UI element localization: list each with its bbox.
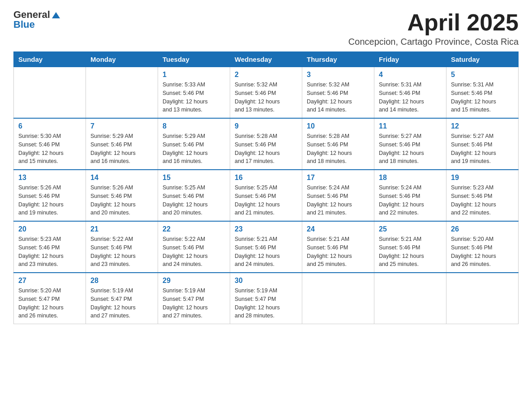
- day-number: 22: [163, 225, 225, 233]
- logo-blue-text: Blue: [13, 19, 61, 30]
- calendar-header-row: SundayMondayTuesdayWednesdayThursdayFrid…: [14, 52, 519, 67]
- day-info: Sunrise: 5:20 AM Sunset: 5:47 PM Dayligh…: [18, 287, 81, 320]
- day-info: Sunrise: 5:28 AM Sunset: 5:46 PM Dayligh…: [307, 132, 369, 166]
- day-number: 16: [235, 174, 297, 182]
- weekday-header: Tuesday: [158, 52, 230, 67]
- calendar-cell: 20Sunrise: 5:23 AM Sunset: 5:46 PM Dayli…: [14, 221, 86, 273]
- calendar-cell: 15Sunrise: 5:25 AM Sunset: 5:46 PM Dayli…: [158, 170, 230, 221]
- day-info: Sunrise: 5:30 AM Sunset: 5:46 PM Dayligh…: [18, 132, 81, 166]
- day-info: Sunrise: 5:27 AM Sunset: 5:46 PM Dayligh…: [451, 132, 514, 166]
- day-number: 29: [163, 277, 225, 285]
- calendar-week-row: 27Sunrise: 5:20 AM Sunset: 5:47 PM Dayli…: [14, 273, 519, 324]
- calendar-cell: 5Sunrise: 5:31 AM Sunset: 5:46 PM Daylig…: [446, 67, 519, 119]
- calendar-cell: [446, 273, 519, 324]
- weekday-header: Thursday: [302, 52, 374, 67]
- day-info: Sunrise: 5:31 AM Sunset: 5:46 PM Dayligh…: [451, 81, 514, 114]
- calendar-cell: 7Sunrise: 5:29 AM Sunset: 5:46 PM Daylig…: [86, 118, 158, 170]
- day-info: Sunrise: 5:32 AM Sunset: 5:46 PM Dayligh…: [307, 81, 369, 114]
- weekday-header: Saturday: [446, 52, 519, 67]
- day-info: Sunrise: 5:28 AM Sunset: 5:46 PM Dayligh…: [235, 132, 297, 166]
- day-info: Sunrise: 5:25 AM Sunset: 5:46 PM Dayligh…: [235, 184, 297, 217]
- calendar-week-row: 13Sunrise: 5:26 AM Sunset: 5:46 PM Dayli…: [14, 170, 519, 221]
- calendar-week-row: 6Sunrise: 5:30 AM Sunset: 5:46 PM Daylig…: [14, 118, 519, 170]
- calendar-cell: 28Sunrise: 5:19 AM Sunset: 5:47 PM Dayli…: [86, 273, 158, 324]
- day-number: 21: [90, 225, 153, 233]
- calendar-cell: [374, 273, 446, 324]
- weekday-header: Sunday: [14, 52, 86, 67]
- calendar-cell: 4Sunrise: 5:31 AM Sunset: 5:46 PM Daylig…: [374, 67, 446, 119]
- day-number: 19: [451, 174, 514, 182]
- day-number: 25: [379, 225, 442, 233]
- calendar-cell: 8Sunrise: 5:29 AM Sunset: 5:46 PM Daylig…: [158, 118, 230, 170]
- calendar-cell: 29Sunrise: 5:19 AM Sunset: 5:47 PM Dayli…: [158, 273, 230, 324]
- calendar-table: SundayMondayTuesdayWednesdayThursdayFrid…: [13, 51, 519, 324]
- day-info: Sunrise: 5:19 AM Sunset: 5:47 PM Dayligh…: [235, 287, 297, 320]
- calendar-cell: 16Sunrise: 5:25 AM Sunset: 5:46 PM Dayli…: [230, 170, 302, 221]
- day-info: Sunrise: 5:21 AM Sunset: 5:46 PM Dayligh…: [379, 235, 442, 269]
- svg-marker-0: [52, 12, 60, 18]
- calendar-cell: 6Sunrise: 5:30 AM Sunset: 5:46 PM Daylig…: [14, 118, 86, 170]
- day-number: 17: [307, 174, 369, 182]
- day-info: Sunrise: 5:27 AM Sunset: 5:46 PM Dayligh…: [379, 132, 442, 166]
- day-number: 12: [451, 122, 514, 130]
- calendar-subtitle: Concepcion, Cartago Province, Costa Rica: [348, 37, 519, 47]
- calendar-cell: 26Sunrise: 5:20 AM Sunset: 5:46 PM Dayli…: [446, 221, 519, 273]
- day-info: Sunrise: 5:21 AM Sunset: 5:46 PM Dayligh…: [307, 235, 369, 269]
- day-info: Sunrise: 5:32 AM Sunset: 5:46 PM Dayligh…: [235, 81, 297, 114]
- calendar-cell: 12Sunrise: 5:27 AM Sunset: 5:46 PM Dayli…: [446, 118, 519, 170]
- day-number: 13: [18, 174, 81, 182]
- calendar-cell: 2Sunrise: 5:32 AM Sunset: 5:46 PM Daylig…: [230, 67, 302, 119]
- day-number: 11: [379, 122, 442, 130]
- weekday-header: Monday: [86, 52, 158, 67]
- calendar-cell: [302, 273, 374, 324]
- calendar-cell: 14Sunrise: 5:26 AM Sunset: 5:46 PM Dayli…: [86, 170, 158, 221]
- day-number: 18: [379, 174, 442, 182]
- day-number: 20: [18, 225, 81, 233]
- day-number: 8: [163, 122, 225, 130]
- calendar-cell: 18Sunrise: 5:24 AM Sunset: 5:46 PM Dayli…: [374, 170, 446, 221]
- day-number: 24: [307, 225, 369, 233]
- weekday-header: Friday: [374, 52, 446, 67]
- calendar-cell: 10Sunrise: 5:28 AM Sunset: 5:46 PM Dayli…: [302, 118, 374, 170]
- day-info: Sunrise: 5:22 AM Sunset: 5:46 PM Dayligh…: [90, 235, 153, 269]
- calendar-cell: 30Sunrise: 5:19 AM Sunset: 5:47 PM Dayli…: [230, 273, 302, 324]
- day-number: 7: [90, 122, 153, 130]
- day-info: Sunrise: 5:23 AM Sunset: 5:46 PM Dayligh…: [18, 235, 81, 269]
- day-info: Sunrise: 5:24 AM Sunset: 5:46 PM Dayligh…: [379, 184, 442, 217]
- calendar-cell: 1Sunrise: 5:33 AM Sunset: 5:46 PM Daylig…: [158, 67, 230, 119]
- day-info: Sunrise: 5:20 AM Sunset: 5:46 PM Dayligh…: [451, 235, 514, 269]
- calendar-cell: 9Sunrise: 5:28 AM Sunset: 5:46 PM Daylig…: [230, 118, 302, 170]
- day-info: Sunrise: 5:19 AM Sunset: 5:47 PM Dayligh…: [90, 287, 153, 320]
- calendar-week-row: 20Sunrise: 5:23 AM Sunset: 5:46 PM Dayli…: [14, 221, 519, 273]
- day-info: Sunrise: 5:25 AM Sunset: 5:46 PM Dayligh…: [163, 184, 225, 217]
- day-number: 10: [307, 122, 369, 130]
- calendar-cell: 17Sunrise: 5:24 AM Sunset: 5:46 PM Dayli…: [302, 170, 374, 221]
- day-info: Sunrise: 5:33 AM Sunset: 5:46 PM Dayligh…: [163, 81, 225, 114]
- day-info: Sunrise: 5:26 AM Sunset: 5:46 PM Dayligh…: [90, 184, 153, 217]
- calendar-cell: 11Sunrise: 5:27 AM Sunset: 5:46 PM Dayli…: [374, 118, 446, 170]
- day-number: 30: [235, 277, 297, 285]
- weekday-header: Wednesday: [230, 52, 302, 67]
- day-number: 9: [235, 122, 297, 130]
- day-number: 26: [451, 225, 514, 233]
- calendar-cell: [86, 67, 158, 119]
- calendar-cell: 3Sunrise: 5:32 AM Sunset: 5:46 PM Daylig…: [302, 67, 374, 119]
- calendar-cell: 22Sunrise: 5:22 AM Sunset: 5:46 PM Dayli…: [158, 221, 230, 273]
- day-number: 1: [163, 71, 225, 79]
- calendar-week-row: 1Sunrise: 5:33 AM Sunset: 5:46 PM Daylig…: [14, 67, 519, 119]
- calendar-cell: 19Sunrise: 5:23 AM Sunset: 5:46 PM Dayli…: [446, 170, 519, 221]
- calendar-title: April 2025: [348, 9, 519, 36]
- day-info: Sunrise: 5:21 AM Sunset: 5:46 PM Dayligh…: [235, 235, 297, 269]
- title-block: April 2025 Concepcion, Cartago Province,…: [348, 9, 519, 47]
- day-info: Sunrise: 5:31 AM Sunset: 5:46 PM Dayligh…: [379, 81, 442, 114]
- calendar-cell: 23Sunrise: 5:21 AM Sunset: 5:46 PM Dayli…: [230, 221, 302, 273]
- calendar-cell: [14, 67, 86, 119]
- day-number: 4: [379, 71, 442, 79]
- day-number: 2: [235, 71, 297, 79]
- day-info: Sunrise: 5:23 AM Sunset: 5:46 PM Dayligh…: [451, 184, 514, 217]
- day-number: 28: [90, 277, 153, 285]
- calendar-cell: 21Sunrise: 5:22 AM Sunset: 5:46 PM Dayli…: [86, 221, 158, 273]
- day-info: Sunrise: 5:22 AM Sunset: 5:46 PM Dayligh…: [163, 235, 225, 269]
- calendar-cell: 13Sunrise: 5:26 AM Sunset: 5:46 PM Dayli…: [14, 170, 86, 221]
- day-info: Sunrise: 5:26 AM Sunset: 5:46 PM Dayligh…: [18, 184, 81, 217]
